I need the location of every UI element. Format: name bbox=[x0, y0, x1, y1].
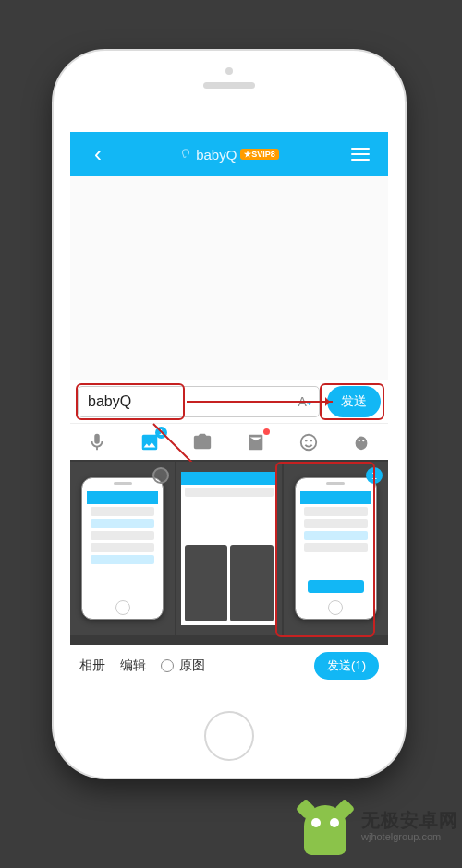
message-input-value: babyQ bbox=[88, 393, 131, 410]
chevron-left-icon: ‹ bbox=[94, 141, 102, 167]
svg-point-1 bbox=[305, 439, 307, 440]
album-button[interactable]: 相册 bbox=[79, 657, 105, 674]
phone-earpiece bbox=[203, 82, 255, 89]
picker-options-bar: 相册 编辑 原图 发送(1) bbox=[70, 645, 388, 685]
thumbnail-1[interactable] bbox=[70, 462, 175, 635]
selection-ring-selected[interactable]: 1 bbox=[366, 467, 383, 484]
redpacket-tab[interactable] bbox=[244, 430, 268, 454]
watermark-url: wjhotelgroup.com bbox=[361, 831, 458, 843]
attachment-tab-strip: 1 bbox=[70, 423, 388, 460]
svg-point-5 bbox=[362, 440, 364, 441]
thumbnail-preview bbox=[295, 477, 376, 620]
edit-button[interactable]: 编辑 bbox=[120, 657, 146, 674]
microphone-icon bbox=[87, 432, 107, 452]
notification-dot bbox=[263, 428, 270, 435]
emoji-tab[interactable] bbox=[297, 430, 321, 454]
camera-tab[interactable] bbox=[190, 430, 214, 454]
emoji-icon bbox=[298, 432, 319, 452]
send-images-button[interactable]: 发送(1) bbox=[314, 652, 379, 680]
watermark-name: 无极安卓网 bbox=[361, 810, 458, 831]
watermark-logo bbox=[297, 798, 354, 855]
watermark: 无极安卓网 wjhotelgroup.com bbox=[297, 798, 458, 855]
svg-point-2 bbox=[310, 439, 312, 440]
menu-icon bbox=[351, 148, 370, 161]
menu-button[interactable] bbox=[342, 148, 379, 161]
chat-message-area[interactable] bbox=[70, 176, 388, 380]
more-tab[interactable] bbox=[349, 430, 373, 454]
camera-icon bbox=[192, 432, 213, 452]
thumbnail-preview bbox=[181, 472, 277, 624]
image-tab[interactable]: 1 bbox=[138, 430, 162, 454]
original-label: 原图 bbox=[179, 657, 205, 674]
ear-icon bbox=[179, 148, 192, 161]
phone-camera bbox=[225, 67, 233, 75]
thumbnail-3[interactable]: 1 bbox=[284, 462, 388, 635]
selection-ring[interactable] bbox=[152, 467, 169, 484]
radio-icon bbox=[161, 659, 174, 672]
red-envelope-icon bbox=[246, 432, 266, 452]
svg-point-0 bbox=[301, 434, 317, 450]
original-toggle[interactable]: 原图 bbox=[161, 657, 205, 674]
phone-frame: ‹ babyQ ★SVIP8 babyQ A+ 发送 bbox=[54, 51, 405, 778]
chat-title: babyQ bbox=[196, 147, 237, 163]
chat-header: ‹ babyQ ★SVIP8 bbox=[70, 132, 388, 176]
thumbnail-preview bbox=[81, 477, 163, 620]
svg-point-4 bbox=[359, 440, 360, 441]
send-button[interactable]: 发送 bbox=[327, 386, 381, 417]
message-input-row: babyQ A+ 发送 bbox=[70, 380, 388, 423]
thumbnail-2[interactable] bbox=[176, 462, 281, 635]
app-screen: ‹ babyQ ★SVIP8 babyQ A+ 发送 bbox=[70, 132, 388, 694]
annotation-arrow-horizontal bbox=[187, 401, 333, 403]
back-button[interactable]: ‹ bbox=[79, 141, 116, 167]
home-button[interactable] bbox=[204, 711, 254, 761]
penguin-icon bbox=[351, 432, 371, 452]
vip-badge: ★SVIP8 bbox=[240, 149, 279, 160]
voice-tab[interactable] bbox=[85, 430, 109, 454]
svg-point-3 bbox=[356, 436, 368, 450]
header-title-area[interactable]: babyQ ★SVIP8 bbox=[116, 147, 342, 163]
image-picker[interactable]: 1 bbox=[70, 460, 388, 645]
